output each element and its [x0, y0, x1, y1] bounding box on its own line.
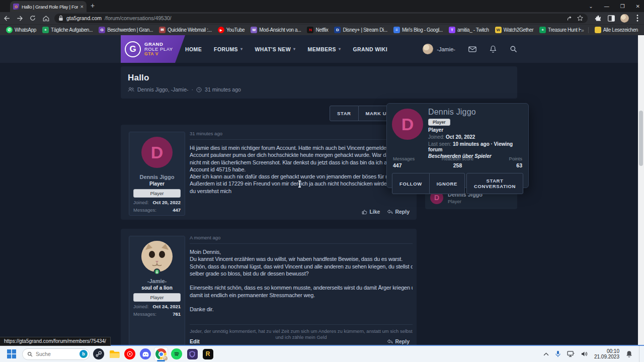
online-status-icon	[154, 268, 160, 275]
taskbar-app-youtube-music[interactable]	[123, 347, 136, 360]
last-seen-label: Last seen:	[428, 141, 451, 147]
start-button[interactable]	[7, 349, 16, 358]
address-bar[interactable]: gta5grand.com/forum/conversations/49530/	[54, 14, 588, 23]
maximize-button[interactable]: ❐	[620, 4, 625, 9]
steam-icon	[93, 348, 104, 359]
avatar[interactable]: D	[141, 137, 173, 168]
bookmark-netflix[interactable]: NNetflix	[305, 26, 330, 34]
post-content: 31 minutes ago Hi jamie dies ist mein ri…	[190, 131, 413, 217]
avatar[interactable]	[141, 241, 173, 272]
post-author-name[interactable]: -Jamie-	[147, 278, 167, 284]
joined-row: Joined:Oct 20, 2022	[133, 200, 181, 205]
forward-icon[interactable]	[13, 15, 26, 22]
taskbar-clock[interactable]: 00:10 21.09.2023	[594, 348, 619, 359]
member-name[interactable]: Dennis Jiggo	[428, 108, 523, 117]
ignore-button[interactable]: IGNORE	[430, 173, 465, 194]
bookmark-star-icon[interactable]	[577, 15, 584, 22]
scrollbar-thumb[interactable]	[639, 111, 643, 166]
taskbar-app-discord[interactable]	[139, 347, 152, 360]
network-icon[interactable]	[567, 351, 575, 357]
discord-icon	[140, 348, 151, 359]
share-icon[interactable]	[567, 15, 574, 22]
close-button[interactable]: ✕	[636, 4, 640, 9]
nav-home[interactable]: HOME	[185, 46, 202, 52]
desktop-screen: G Hallo | Grand Role Play | Forum × + ⌄ …	[0, 0, 644, 362]
conversations-mail-icon[interactable]	[468, 46, 476, 52]
grp-forum-icon: G	[99, 27, 105, 33]
messages-row: Messages:447	[133, 207, 181, 213]
edit-button[interactable]: Edit	[190, 338, 200, 344]
account-menu[interactable]: -Jamie-	[423, 44, 455, 54]
bookmarks-overflow-chevron-icon[interactable]: »	[581, 27, 584, 33]
blog-doc-icon: ≡	[393, 27, 400, 33]
start-conversation-button[interactable]: START CONVERSATION	[466, 173, 523, 194]
thread-participants[interactable]: Dennis Jiggo, -Jamie-	[137, 86, 189, 93]
like-button[interactable]: Like	[362, 209, 380, 215]
bookmark-youtube[interactable]: ▶YouTube	[216, 26, 247, 34]
reply-button[interactable]: Reply	[387, 338, 410, 344]
mod-view-icon: M	[251, 27, 257, 33]
bookmark-taegliche-aufgaben[interactable]: +Tägliche Aufgaben...	[40, 26, 95, 34]
nav-whats-new[interactable]: WHAT'S NEW▾	[255, 46, 295, 52]
post-actions: Reply	[387, 338, 410, 344]
post-timestamp[interactable]: 31 minutes ago	[190, 131, 413, 140]
forum-logo[interactable]: G GRAND ROLE PLAY GTA V	[121, 35, 185, 63]
search-icon[interactable]	[510, 45, 517, 53]
messages-label: Messages:	[133, 311, 156, 317]
post-timestamp[interactable]: A moment ago	[190, 235, 413, 244]
bookmark-treasure-hunt[interactable]: +Treasure Hunt Help...	[537, 26, 581, 34]
tray-chevron-up-icon[interactable]	[543, 352, 549, 356]
member-viewing-forum[interactable]: Beschwerden über Spieler	[428, 153, 523, 159]
post-author-name[interactable]: Dennis Jiggo	[139, 174, 174, 180]
post-text-line: du verstehst mich	[190, 188, 413, 195]
taskbar-search[interactable]: b	[22, 348, 90, 360]
status-bar-link: https://gta5grand.com/forum/members/7543…	[0, 337, 111, 346]
bookmark-miris-blog[interactable]: ≡Miri's Blog - Googl...	[391, 26, 445, 34]
tab-close-icon[interactable]: ×	[80, 4, 84, 10]
search-input[interactable]	[36, 351, 72, 357]
follow-button[interactable]: FOLLOW	[392, 173, 430, 194]
minimize-button[interactable]: —	[604, 4, 609, 9]
taskbar-app-steam[interactable]	[92, 347, 105, 360]
alerts-bell-icon[interactable]	[490, 45, 497, 53]
bookmark-amitia-twitch[interactable]: Tamitia_ - Twitch	[447, 26, 491, 34]
messages-value: 447	[173, 207, 181, 213]
reload-icon[interactable]	[26, 15, 39, 22]
bookmark-watch2gether[interactable]: WWatch2Gether	[493, 26, 535, 34]
star-button[interactable]: STAR	[330, 106, 359, 121]
side-panel-icon[interactable]	[605, 15, 618, 22]
tab-search-chevron-icon[interactable]: ⌄	[589, 4, 593, 9]
reply-button[interactable]: Reply	[387, 209, 410, 215]
page-scrollbar[interactable]	[638, 35, 644, 346]
bookmark-mod-ansicht[interactable]: MMod-Ansicht von a...	[249, 26, 303, 34]
profile-avatar[interactable]	[618, 14, 631, 23]
notification-bell-icon[interactable]	[626, 350, 632, 357]
forum-nav: HOME FORUMS▾ WHAT'S NEW▾ MEMBERS▾ GRAND …	[185, 35, 387, 63]
microphone-icon[interactable]	[555, 350, 560, 357]
watch2gether-icon: W	[495, 27, 502, 33]
nav-forums[interactable]: FORUMS▾	[214, 46, 243, 52]
taskbar-app-spotify[interactable]	[170, 347, 183, 360]
taskbar-app-rockstar[interactable]: R	[201, 347, 214, 360]
youtube-icon: ▶	[218, 27, 224, 33]
taskbar-app-explorer[interactable]	[108, 347, 121, 360]
nav-members[interactable]: MEMBERS▾	[307, 46, 341, 52]
show-desktop-button[interactable]	[639, 346, 641, 362]
volume-icon[interactable]	[581, 351, 588, 357]
avatar[interactable]: D	[392, 109, 423, 140]
post-actions: Like Reply	[362, 209, 410, 215]
nav-grand-wiki[interactable]: GRAND WIKI	[353, 46, 387, 52]
bookmark-whatsapp[interactable]: ✆WhatsApp	[4, 26, 38, 34]
browser-tab[interactable]: G Hallo | Grand Role Play | Forum ×	[10, 1, 87, 12]
all-bookmarks-button[interactable]: Alle Lesezeichen	[593, 26, 640, 34]
taskbar-app-chrome[interactable]	[154, 347, 168, 360]
new-tab-button[interactable]: +	[91, 2, 95, 10]
extensions-puzzle-icon[interactable]	[592, 15, 605, 22]
menu-kebab-icon[interactable]	[631, 15, 644, 22]
bookmark-disney-plus[interactable]: DDisney+ | Stream Di...	[332, 26, 389, 34]
taskbar-app-grand-rp[interactable]	[186, 347, 199, 360]
home-icon[interactable]	[39, 15, 52, 22]
back-icon[interactable]	[0, 15, 13, 22]
bookmark-beschwerden[interactable]: GBeschwerden | Gran...	[97, 26, 155, 34]
bookmark-quickline-webmail[interactable]: ✉Quickline Webmail :...	[157, 26, 214, 34]
